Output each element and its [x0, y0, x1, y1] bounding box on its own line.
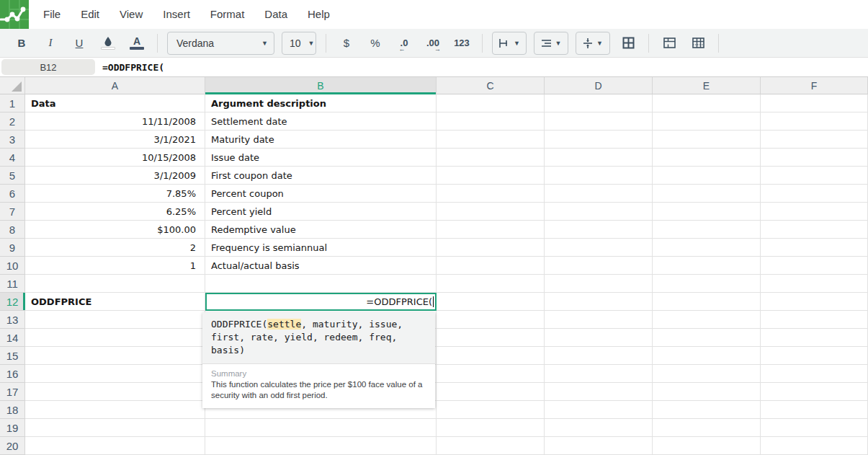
select-all-corner[interactable]: [0, 77, 25, 94]
cell-A1[interactable]: Data: [25, 94, 205, 112]
menu-edit[interactable]: Edit: [71, 0, 109, 29]
cell-F16[interactable]: [761, 365, 868, 383]
cell-E19[interactable]: [653, 419, 761, 437]
cell-C14[interactable]: [437, 329, 545, 347]
row-header-18[interactable]: 18: [0, 401, 25, 419]
cell-E1[interactable]: [653, 94, 761, 112]
cell-B3[interactable]: Maturity date: [205, 131, 437, 149]
row-header-5[interactable]: 5: [0, 167, 25, 185]
cell-B8[interactable]: Redemptive value: [205, 221, 437, 239]
cell-D19[interactable]: [545, 419, 653, 437]
text-align-dropdown[interactable]: ▼: [534, 32, 568, 55]
cell-D3[interactable]: [545, 131, 653, 149]
cell-D17[interactable]: [545, 383, 653, 401]
cell-C20[interactable]: [437, 437, 545, 455]
column-header-D[interactable]: D: [545, 77, 653, 94]
cell-E10[interactable]: [653, 257, 761, 275]
cell-A4[interactable]: 10/15/2008: [25, 149, 205, 167]
cell-E9[interactable]: [653, 239, 761, 257]
cell-F1[interactable]: [761, 94, 868, 112]
cell-A18[interactable]: [25, 401, 205, 419]
cell-C5[interactable]: [437, 167, 545, 185]
cell-A5[interactable]: 3/1/2009: [25, 167, 205, 185]
cell-F6[interactable]: [761, 185, 868, 203]
cell-B7[interactable]: Percent yield: [205, 203, 437, 221]
cell-A11[interactable]: [25, 275, 205, 293]
cell-F4[interactable]: [761, 149, 868, 167]
row-header-6[interactable]: 6: [0, 185, 25, 203]
row-header-15[interactable]: 15: [0, 347, 25, 365]
merge-cells-button[interactable]: [660, 33, 679, 53]
cell-D12[interactable]: [545, 293, 653, 311]
cell-A7[interactable]: 6.25%: [25, 203, 205, 221]
cell-D18[interactable]: [545, 401, 653, 419]
cell-C15[interactable]: [437, 347, 545, 365]
cell-F7[interactable]: [761, 203, 868, 221]
cell-F18[interactable]: [761, 401, 868, 419]
column-header-B[interactable]: B: [205, 77, 437, 94]
cell-B6[interactable]: Percent coupon: [205, 185, 437, 203]
menu-format[interactable]: Format: [200, 0, 255, 29]
cell-C13[interactable]: [437, 311, 545, 329]
cell-E17[interactable]: [653, 383, 761, 401]
cell-D6[interactable]: [545, 185, 653, 203]
row-header-16[interactable]: 16: [0, 365, 25, 383]
cell-B9[interactable]: Frequency is semiannual: [205, 239, 437, 257]
cell-D5[interactable]: [545, 167, 653, 185]
cell-B2[interactable]: Settlement date: [205, 112, 437, 131]
row-header-7[interactable]: 7: [0, 203, 25, 221]
cell-C9[interactable]: [437, 239, 545, 257]
cell-B4[interactable]: Issue date: [205, 149, 437, 167]
cell-E11[interactable]: [653, 275, 761, 293]
cell-E14[interactable]: [653, 329, 761, 347]
cell-F9[interactable]: [761, 239, 868, 257]
cell-C18[interactable]: [437, 401, 545, 419]
row-header-20[interactable]: 20: [0, 437, 25, 455]
cell-A12[interactable]: ODDFPRICE: [25, 293, 205, 311]
cell-F13[interactable]: [761, 311, 868, 329]
cell-C19[interactable]: [437, 419, 545, 437]
menu-insert[interactable]: Insert: [153, 0, 200, 29]
increase-decimal-button[interactable]: .00→: [424, 33, 442, 53]
cell-E3[interactable]: [653, 131, 761, 149]
cell-C4[interactable]: [437, 149, 545, 167]
menu-help[interactable]: Help: [297, 0, 340, 29]
row-header-2[interactable]: 2: [0, 112, 25, 131]
cell-B1[interactable]: Argument description: [205, 94, 437, 112]
row-header-8[interactable]: 8: [0, 221, 25, 239]
cell-D2[interactable]: [545, 112, 653, 131]
cell-A17[interactable]: [25, 383, 205, 401]
borders-button[interactable]: [619, 33, 637, 53]
cell-C2[interactable]: [437, 112, 545, 131]
row-header-9[interactable]: 9: [0, 239, 25, 257]
menu-data[interactable]: Data: [254, 0, 297, 29]
cell-A10[interactable]: 1: [25, 257, 205, 275]
name-box[interactable]: B12: [1, 59, 95, 75]
cell-C17[interactable]: [437, 383, 545, 401]
cell-A6[interactable]: 7.85%: [25, 185, 205, 203]
column-header-A[interactable]: A: [25, 77, 205, 94]
vertical-align-dropdown[interactable]: ▼: [576, 32, 610, 55]
text-color-button[interactable]: A: [127, 33, 146, 53]
table-format-button[interactable]: [689, 33, 707, 53]
cell-A14[interactable]: [25, 329, 205, 347]
cell-A19[interactable]: [25, 419, 205, 437]
row-header-10[interactable]: 10: [0, 257, 25, 275]
cell-C1[interactable]: [437, 94, 545, 112]
row-header-19[interactable]: 19: [0, 419, 25, 437]
cell-A2[interactable]: 11/11/2008: [25, 112, 205, 131]
cell-F19[interactable]: [761, 419, 868, 437]
cell-E8[interactable]: [653, 221, 761, 239]
cell-B10[interactable]: Actual/actual basis: [205, 257, 437, 275]
format-currency-button[interactable]: $: [337, 33, 356, 53]
row-header-1[interactable]: 1: [0, 94, 25, 112]
cell-E12[interactable]: [653, 293, 761, 311]
cell-D1[interactable]: [545, 94, 653, 112]
cell-A20[interactable]: [25, 437, 205, 455]
row-header-4[interactable]: 4: [0, 149, 25, 167]
cell-C6[interactable]: [437, 185, 545, 203]
cell-F11[interactable]: [761, 275, 868, 293]
cell-B19[interactable]: [205, 419, 437, 437]
cell-C7[interactable]: [437, 203, 545, 221]
cell-D13[interactable]: [545, 311, 653, 329]
